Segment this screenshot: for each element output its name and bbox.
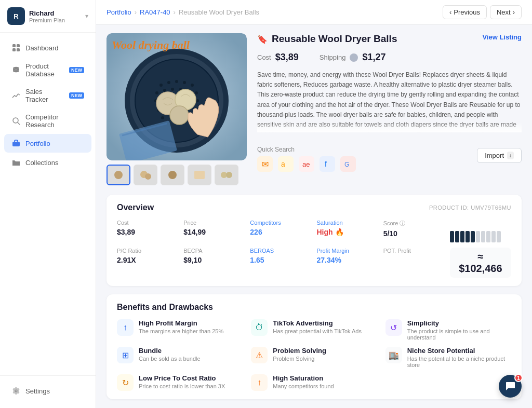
benefit-name-bundle: Bundle <box>139 347 201 355</box>
product-title-group: 🔖 Reusable Wool Dryer Balls <box>257 33 397 45</box>
sidebar-item-label: Portfolio <box>25 140 50 147</box>
score-bar-segment <box>460 231 464 242</box>
svg-point-11 <box>159 84 163 87</box>
chevron-left-icon: ‹ <box>449 8 451 16</box>
overview-becpa-label: BECPA <box>183 248 245 254</box>
svg-rect-1 <box>17 44 20 47</box>
simplicity-icon: ↺ <box>385 319 402 336</box>
svg-point-43 <box>168 171 177 179</box>
chart-icon <box>11 91 21 100</box>
chat-bubble[interactable]: 1 <box>499 375 522 398</box>
overview-saturation-label: Saturation <box>316 220 378 226</box>
thumbnail-4[interactable] <box>188 165 211 185</box>
overview-competitors-value: 226 <box>250 228 311 236</box>
sidebar-item-sales-tracker[interactable]: Sales Tracker NEW <box>4 83 91 108</box>
overview-becpa: BECPA $9,10 <box>183 248 245 264</box>
sidebar-item-competitor-research[interactable]: Competitor Research <box>4 108 91 133</box>
svg-point-15 <box>191 84 194 87</box>
svg-rect-44 <box>194 171 205 179</box>
thumbnail-2[interactable] <box>134 165 157 185</box>
top-navigation: Portfolio › RA047-40 › Reusable Wool Dry… <box>96 0 532 25</box>
chat-badge: 1 <box>514 374 523 382</box>
amazon-search-icon[interactable]: a <box>278 156 294 172</box>
avatar: R <box>7 7 25 25</box>
sidebar-item-label: Collections <box>25 159 59 167</box>
overview-grid: Cost $3,89 Price $14,99 Competitors 226 … <box>117 220 511 278</box>
breadcrumb-current: Reusable Wool Dryer Balls <box>179 8 259 16</box>
overview-score-bar-cell <box>450 220 511 242</box>
sidebar-item-settings[interactable]: Settings <box>4 382 91 400</box>
niche-store-potential-icon: 🏬 <box>385 347 402 363</box>
overview-section: Overview PRODUCT ID: UMV79T66MU Cost $3,… <box>107 195 522 286</box>
score-bar-segment <box>497 231 501 242</box>
cost-item: Cost $3,89 <box>257 52 299 63</box>
benefit-desc-high-saturation: Many competitors found <box>273 383 334 389</box>
benefits-grid: ↑ High Profit Margin The margins are hig… <box>117 319 511 391</box>
sidebar-item-label: Sales Tracker <box>25 88 66 103</box>
overview-price: Price $14,99 <box>183 220 245 236</box>
sidebar-bottom: Settings <box>0 375 96 408</box>
score-bar-segment <box>471 231 475 242</box>
tiktok-advertising-icon: ⏱ <box>251 319 268 336</box>
thumbnail-5[interactable] <box>215 165 238 185</box>
import-icon: ↓ <box>507 152 514 159</box>
breadcrumb-product-id[interactable]: RA047-40 <box>140 8 170 16</box>
svg-point-31 <box>161 116 164 119</box>
chevron-down-icon: ▾ <box>85 12 88 20</box>
breadcrumb-portfolio[interactable]: Portfolio <box>107 8 131 16</box>
facebook-search-icon[interactable]: f <box>320 156 335 172</box>
next-button[interactable]: Next › <box>490 5 522 19</box>
benefit-desc-problem-solving: Problem Solving <box>273 356 326 362</box>
bookmark-icon[interactable]: 🔖 <box>257 34 268 44</box>
sidebar-item-product-database[interactable]: Product Database NEW <box>4 58 91 83</box>
product-images: Wool drying ball <box>107 33 247 185</box>
overview-saturation-value: High 🔥 <box>316 228 378 236</box>
benefit-item-problem-solving: ⚠ Problem Solving Problem Solving <box>251 347 377 368</box>
overview-saturation: Saturation High 🔥 <box>316 220 378 236</box>
svg-point-18 <box>171 88 174 91</box>
svg-point-17 <box>163 89 166 92</box>
score-bar-segment <box>466 231 470 242</box>
settings-label: Settings <box>25 387 50 395</box>
price-row: Cost $3,89 Shipping $1,27 <box>257 52 522 63</box>
main-product-image: Wool drying ball <box>107 33 247 160</box>
svg-point-21 <box>195 91 198 94</box>
info-icon[interactable]: ⓘ <box>400 220 405 226</box>
import-button[interactable]: Import ↓ <box>477 148 522 163</box>
sidebar-item-dashboard[interactable]: Dashboard <box>4 38 91 57</box>
benefit-item-niche-store-potential: 🏬 Niche Store Potential Has the potentia… <box>385 347 511 368</box>
sidebar-item-portfolio[interactable]: Portfolio <box>4 134 91 153</box>
thumbnail-3[interactable] <box>161 165 184 185</box>
new-badge: NEW <box>69 92 84 99</box>
overview-beroas-label: BEROAS <box>250 248 311 254</box>
aliexpress-search-icon[interactable]: ae <box>299 156 314 172</box>
score-bar-segment <box>476 231 480 242</box>
overview-profit-margin-value: 27.34% <box>316 256 378 264</box>
folder-icon <box>11 158 21 167</box>
chevron-right-icon: › <box>513 8 515 16</box>
overview-profit-margin: Profit Margin 27.34% <box>316 248 378 264</box>
svg-text:ae: ae <box>302 160 310 168</box>
product-description: Save time, money, and energy with these … <box>257 70 522 132</box>
flame-icon: 🔥 <box>335 228 344 236</box>
sidebar-item-collections[interactable]: Collections <box>4 153 91 172</box>
grid-icon <box>11 43 21 52</box>
sidebar-item-label: Dashboard <box>25 44 59 52</box>
thumbnail-1[interactable] <box>107 165 130 185</box>
benefits-title: Benefits and Drawbacks <box>117 303 511 312</box>
benefit-item-low-price-cost-ratio: ↻ Low Price To Cost Ratio Price to cost … <box>117 374 243 391</box>
user-profile[interactable]: R Richard Premium Plan ▾ <box>0 0 96 33</box>
breadcrumb: Portfolio › RA047-40 › Reusable Wool Dry… <box>107 8 259 16</box>
svg-line-6 <box>18 123 20 125</box>
view-listing-button[interactable]: View Listing <box>482 33 522 41</box>
previous-button[interactable]: ‹ Previous <box>443 5 487 19</box>
overview-price-label: Price <box>183 220 245 226</box>
product-title: Reusable Wool Dryer Balls <box>272 33 397 45</box>
benefit-desc-simplicity: The product is simple to use and underst… <box>407 328 511 341</box>
score-bar-segment <box>455 231 459 242</box>
high-saturation-icon: ↑ <box>251 374 268 391</box>
dsers-search-icon[interactable]: ✉ <box>257 156 273 172</box>
google-search-icon[interactable]: G <box>340 156 356 172</box>
benefit-desc-low-price-cost-ratio: Price to cost ratio is lower than 3X <box>139 383 225 389</box>
briefcase-icon <box>11 139 21 148</box>
